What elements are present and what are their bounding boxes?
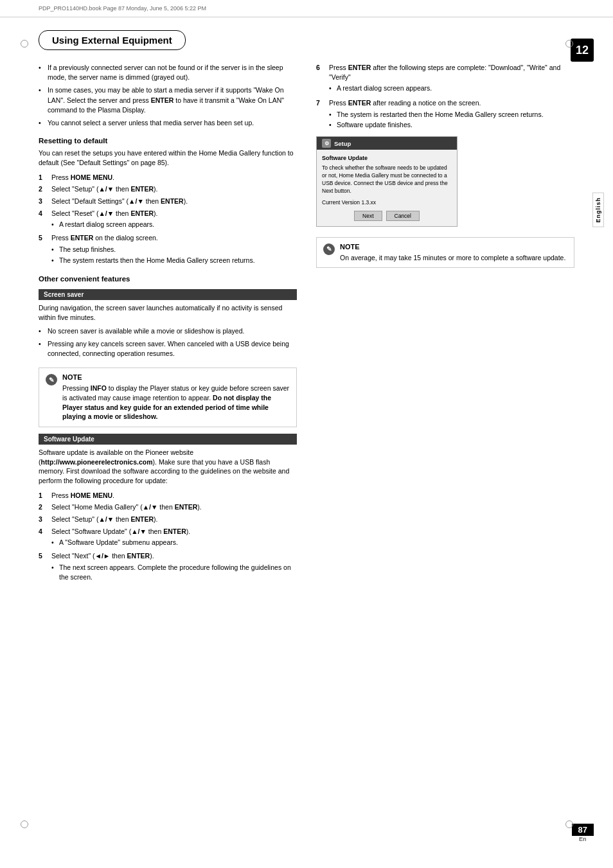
page-container: PDP_PRO1140HD.book Page 87 Monday, June …: [0, 0, 613, 868]
dialog-next-button[interactable]: Next: [354, 211, 382, 221]
top-bar: PDP_PRO1140HD.book Page 87 Monday, June …: [0, 0, 613, 17]
step-6-sub: A restart dialog screen appears.: [329, 84, 574, 93]
left-column: If a previously connected server can not…: [39, 63, 297, 588]
note-content-1: NOTE Pressing INFO to display the Player…: [62, 373, 290, 421]
note-text-2: On average, it may take 15 minutes or mo…: [340, 253, 565, 263]
right-steps: 6 Press ENTER after the following steps …: [316, 63, 574, 131]
step-r4-sub: A restart dialog screen appears.: [51, 220, 297, 229]
dialog-body-text: To check whether the software needs to b…: [322, 164, 452, 195]
setup-dialog: ⚙ Setup Software Update To check whether…: [316, 136, 458, 227]
step-7-sub2: Software update finishes.: [329, 120, 574, 130]
dialog-buttons: Next Cancel: [322, 211, 452, 221]
software-update-description: Software update is available on the Pion…: [39, 448, 297, 486]
file-info: PDP_PRO1140HD.book Page 87 Monday, June …: [39, 5, 206, 12]
ss-bullet-1: No screen saver is available while a mov…: [39, 326, 297, 336]
corner-mark-tl: [21, 40, 28, 48]
screen-saver-bar: Screen saver: [39, 289, 297, 300]
right-note: ✎ NOTE On average, it may take 15 minute…: [316, 237, 574, 269]
screen-saver-description: During navigation, the screen saver laun…: [39, 303, 297, 322]
step-r2: 2 Select "Setup" (▲/▼ then ENTER).: [39, 184, 297, 194]
page-number: 87: [572, 824, 594, 836]
page-title: Using External Equipment: [39, 30, 186, 50]
step-r4: 4 Select "Reset" (▲/▼ then ENTER). A res…: [39, 209, 297, 231]
dialog-subtitle: Software Update: [322, 155, 452, 161]
step-s2: 2 Select "Home Media Gallery" (▲/▼ then …: [39, 502, 297, 512]
two-column-layout: If a previously connected server can not…: [39, 63, 574, 588]
corner-mark-bl: [21, 820, 28, 828]
right-column: 6 Press ENTER after the following steps …: [316, 63, 574, 588]
step-r1: 1 Press HOME MENU.: [39, 173, 297, 182]
corner-mark-br: [565, 820, 573, 828]
page-number-box: 87 En: [572, 824, 594, 842]
resetting-steps: 1 Press HOME MENU. 2 Select "Setup" (▲/▼…: [39, 173, 297, 267]
dialog-version: Current Version 1.3.xx: [322, 199, 452, 206]
screen-saver-note: ✎ NOTE Pressing INFO to display the Play…: [39, 368, 297, 427]
step-r5-sub1: The setup finishes.: [51, 245, 297, 254]
screen-saver-bullets: No screen saver is available while a mov…: [39, 326, 297, 359]
intro-bullets: If a previously connected server can not…: [39, 63, 297, 128]
step-r3: 3 Select "Default Settings" (▲/▼ then EN…: [39, 197, 297, 206]
main-content: Using External Equipment If a previously…: [0, 17, 613, 614]
other-features-heading: Other convenient features: [39, 275, 297, 283]
step-s5: 5 Select "Next" (◄/► then ENTER). The ne…: [39, 551, 297, 583]
step-s5-sub: The next screen appears. Complete the pr…: [51, 563, 297, 581]
resetting-description: You can reset the setups you have entere…: [39, 148, 297, 167]
step-s1: 1 Press HOME MENU.: [39, 491, 297, 500]
software-update-steps: 1 Press HOME MENU. 2 Select "Home Media …: [39, 491, 297, 583]
note-content-2: NOTE On average, it may take 15 minutes …: [340, 243, 565, 263]
dialog-cancel-button[interactable]: Cancel: [386, 211, 420, 221]
dialog-icon: ⚙: [322, 139, 331, 148]
dialog-titlebar: ⚙ Setup: [317, 137, 457, 150]
step-s4-sub: A "Software Update" submenu appears.: [51, 538, 297, 547]
intro-bullet-3: You cannot select a server unless that m…: [39, 118, 297, 128]
ss-bullet-2: Pressing any key cancels screen saver. W…: [39, 339, 297, 359]
step-r5: 5 Press ENTER on the dialog screen. The …: [39, 233, 297, 266]
intro-bullet-2: In some cases, you may be able to start …: [39, 85, 297, 115]
dialog-title: Setup: [334, 140, 351, 147]
step-r5-sub2: The system restarts then the Home Media …: [51, 256, 297, 265]
note-text-1: Pressing INFO to display the Player stat…: [62, 384, 290, 421]
software-update-bar: Software Update: [39, 434, 297, 445]
dialog-body: Software Update To check whether the sof…: [317, 150, 457, 226]
corner-mark-tr: [565, 40, 573, 48]
step-s4: 4 Select "Software Update" (▲/▼ then ENT…: [39, 527, 297, 549]
resetting-section-heading: Resetting to default: [39, 137, 297, 145]
step-6: 6 Press ENTER after the following steps …: [316, 63, 574, 94]
page-number-sub: En: [572, 836, 594, 842]
intro-bullet-1: If a previously connected server can not…: [39, 63, 297, 82]
english-sidebar: English: [592, 193, 604, 227]
chapter-badge: 12: [571, 39, 594, 62]
step-7: 7 Press ENTER after reading a notice on …: [316, 98, 574, 131]
note-icon-2: ✎: [323, 244, 335, 255]
note-icon-1: ✎: [46, 374, 57, 385]
step-7-sub1: The system is restarted then the Home Me…: [329, 110, 574, 120]
step-s3: 3 Select "Setup" (▲/▼ then ENTER).: [39, 515, 297, 524]
